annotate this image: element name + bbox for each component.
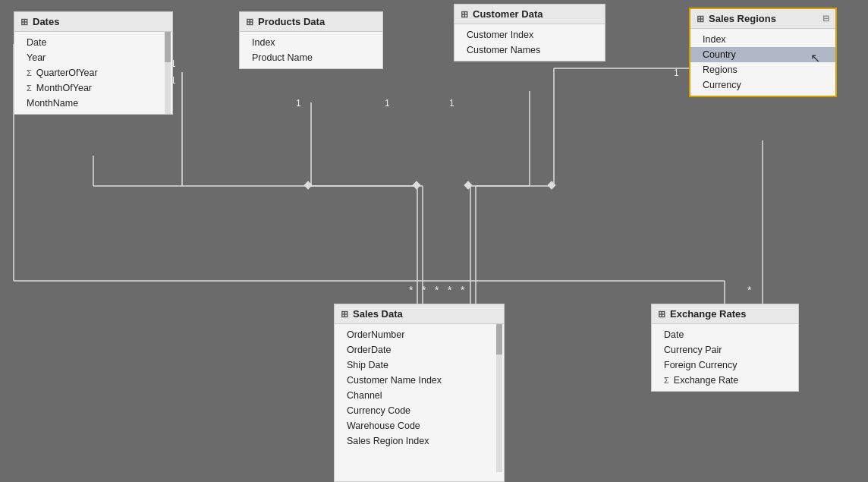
dates-table[interactable]: ⊞ Dates Date Year Σ QuarterOfYear Σ Mont… — [14, 11, 173, 115]
field-customer-names[interactable]: Customer Names — [454, 43, 605, 58]
sigma-icon: Σ — [664, 376, 669, 385]
field-customer-index[interactable]: Customer Index — [454, 27, 605, 43]
table-icon: ⊞ — [658, 309, 665, 320]
field-customer-name-index[interactable]: Customer Name Index — [335, 373, 504, 388]
exchange-rates-title: Exchange Rates — [670, 308, 746, 320]
field-sales-region-index[interactable]: Sales Region Index — [335, 433, 504, 449]
customer-table-header: ⊞ Customer Data — [454, 5, 605, 24]
collapse-icon[interactable]: ⊟ — [822, 14, 829, 24]
sales-data-table[interactable]: ⊞ Sales Data OrderNumber OrderDate Ship … — [334, 304, 505, 482]
svg-text:*: * — [461, 284, 465, 296]
table-icon: ⊞ — [246, 17, 253, 27]
field-sr-regions[interactable]: Regions — [690, 62, 835, 77]
svg-text:*: * — [409, 284, 414, 296]
field-year[interactable]: Year — [14, 50, 172, 65]
svg-text:1: 1 — [385, 98, 390, 109]
products-title: Products Data — [258, 16, 325, 27]
field-exchange-rate[interactable]: Σ Exchange Rate — [652, 373, 798, 388]
exchange-rates-header: ⊞ Exchange Rates — [652, 304, 798, 324]
field-monthofyear[interactable]: Σ MonthOfYear — [14, 80, 172, 96]
svg-text:*: * — [448, 284, 452, 296]
field-sr-country[interactable]: Country — [690, 47, 835, 62]
field-warehouse-code[interactable]: Warehouse Code — [335, 418, 504, 433]
exchange-rates-body: Date Currency Pair Foreign Currency Σ Ex… — [652, 324, 798, 391]
svg-text:*: * — [422, 284, 426, 296]
svg-rect-31 — [412, 181, 420, 189]
table-icon: ⊞ — [697, 14, 704, 24]
dates-body: Date Year Σ QuarterOfYear Σ MonthOfYear … — [14, 32, 172, 114]
field-orderdate[interactable]: OrderDate — [335, 342, 504, 358]
sales-regions-header: ⊞ Sales Regions ⊟ — [690, 9, 835, 29]
table-icon: ⊞ — [341, 309, 348, 320]
svg-rect-33 — [547, 181, 555, 189]
customer-title: Customer Data — [473, 8, 542, 20]
field-sr-index[interactable]: Index — [690, 32, 835, 47]
table-icon: ⊞ — [461, 9, 468, 20]
products-table[interactable]: ⊞ Products Data Index Product Name — [239, 11, 383, 69]
svg-text:*: * — [747, 284, 752, 296]
sales-data-title: Sales Data — [353, 308, 403, 320]
exchange-rates-table[interactable]: ⊞ Exchange Rates Date Currency Pair Fore… — [651, 304, 799, 392]
field-er-date[interactable]: Date — [652, 327, 798, 342]
svg-text:1: 1 — [449, 98, 454, 109]
sales-regions-title: Sales Regions — [709, 13, 776, 24]
svg-text:*: * — [435, 284, 439, 296]
svg-text:1: 1 — [296, 98, 301, 109]
field-sr-currency[interactable]: Currency — [690, 77, 835, 93]
diagram-canvas: 1 1 1 1 1 1 * * * * * * ⊞ Dates Date — [0, 0, 868, 482]
field-ship-date[interactable]: Ship Date — [335, 358, 504, 373]
svg-rect-30 — [303, 181, 312, 189]
customer-body: Customer Index Customer Names — [454, 24, 605, 61]
field-monthname[interactable]: MonthName — [14, 96, 172, 111]
field-foreign-currency[interactable]: Foreign Currency — [652, 358, 798, 373]
field-channel[interactable]: Channel — [335, 388, 504, 403]
field-currency-pair[interactable]: Currency Pair — [652, 342, 798, 358]
field-product-name[interactable]: Product Name — [240, 50, 382, 65]
customer-table[interactable]: ⊞ Customer Data Customer Index Customer … — [454, 4, 605, 61]
dates-title: Dates — [33, 16, 59, 27]
dates-table-header: ⊞ Dates — [14, 12, 172, 32]
sigma-icon: Σ — [27, 83, 32, 93]
svg-rect-32 — [464, 181, 472, 189]
products-table-header: ⊞ Products Data — [240, 12, 382, 32]
sales-data-header: ⊞ Sales Data — [335, 304, 504, 324]
field-currency-code[interactable]: Currency Code — [335, 403, 504, 418]
field-index[interactable]: Index — [240, 35, 382, 50]
field-date[interactable]: Date — [14, 35, 172, 50]
sales-regions-table[interactable]: ⊞ Sales Regions ⊟ Index Country Regions … — [689, 8, 837, 97]
sigma-icon: Σ — [27, 68, 32, 77]
table-icon: ⊞ — [20, 17, 28, 27]
svg-text:1: 1 — [674, 68, 679, 78]
sales-regions-body: Index Country Regions Currency — [690, 29, 835, 96]
sales-data-body: OrderNumber OrderDate Ship Date Customer… — [335, 324, 504, 472]
field-ordernumber[interactable]: OrderNumber — [335, 327, 504, 342]
field-quarterofyear[interactable]: Σ QuarterOfYear — [14, 65, 172, 80]
products-body: Index Product Name — [240, 32, 382, 68]
